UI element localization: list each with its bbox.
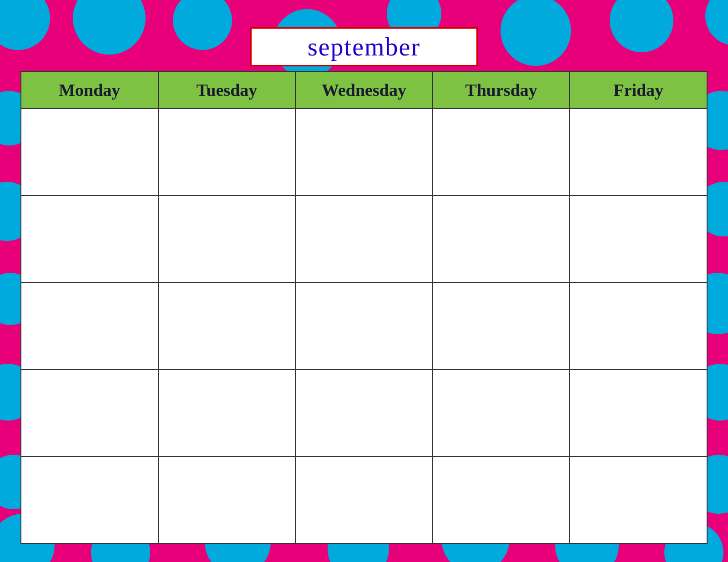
cell-r5-thu[interactable] [433,457,570,543]
cell-r4-tue[interactable] [158,370,296,457]
cell-r1-wed[interactable] [295,109,433,196]
cell-r1-mon[interactable] [21,109,158,196]
cell-r3-thu[interactable] [433,282,570,369]
header-wednesday: Wednesday [295,71,433,109]
cell-r3-mon[interactable] [21,282,158,369]
month-title-box: september [250,27,478,66]
cell-r2-tue[interactable] [158,196,296,282]
cell-r3-fri[interactable] [570,282,707,369]
cell-r1-tue[interactable] [158,109,296,196]
main-container: september Monday Tuesday Wednesday Thurs… [20,27,708,544]
calendar-wrapper: Monday Tuesday Wednesday Thursday Friday [20,71,708,544]
header-friday: Friday [570,71,707,109]
dot [705,0,728,45]
calendar-header-row: Monday Tuesday Wednesday Thursday Friday [21,71,707,109]
cell-r5-fri[interactable] [570,457,707,543]
cell-r4-fri[interactable] [570,370,707,457]
cell-r4-thu[interactable] [433,370,570,457]
cell-r1-thu[interactable] [433,109,570,196]
table-row [21,109,707,196]
cell-r5-tue[interactable] [158,457,296,543]
cell-r2-mon[interactable] [21,196,158,282]
cell-r4-mon[interactable] [21,370,158,457]
table-row [21,457,707,543]
table-row [21,196,707,282]
cell-r2-thu[interactable] [433,196,570,282]
cell-r3-tue[interactable] [158,282,296,369]
header-monday: Monday [21,71,158,109]
calendar-table: Monday Tuesday Wednesday Thursday Friday [20,71,708,544]
header-tuesday: Tuesday [158,71,296,109]
cell-r2-fri[interactable] [570,196,707,282]
cell-r4-wed[interactable] [295,370,433,457]
cell-r5-mon[interactable] [21,457,158,543]
cell-r5-wed[interactable] [295,457,433,543]
table-row [21,282,707,369]
header-thursday: Thursday [433,71,570,109]
table-row [21,370,707,457]
cell-r2-wed[interactable] [295,196,433,282]
cell-r3-wed[interactable] [295,282,433,369]
month-title: september [308,33,420,61]
cell-r1-fri[interactable] [570,109,707,196]
